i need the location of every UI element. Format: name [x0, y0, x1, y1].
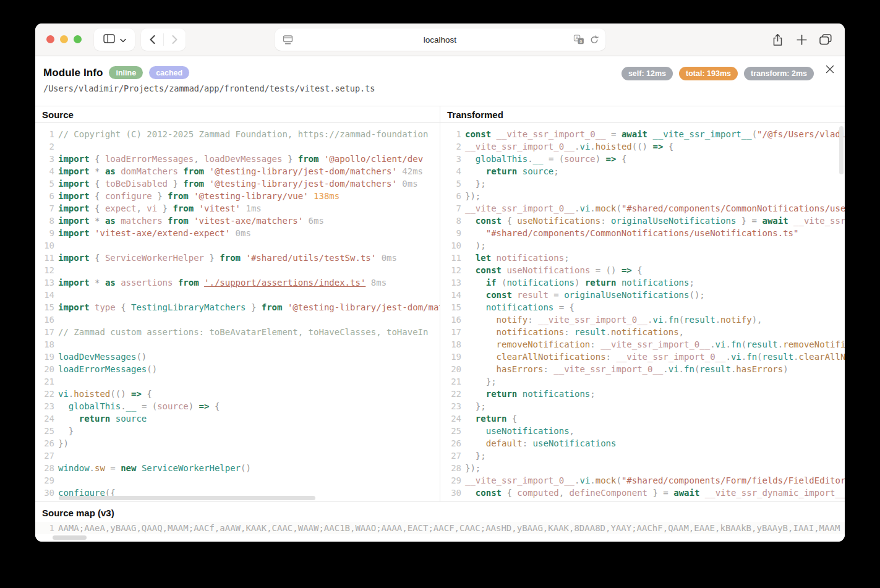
sourcemap-mappings: AAMA;AAeA,yBAAG,QAAQ,MAAM;AACf,aAAW,KAAK…	[54, 522, 840, 534]
code-line: 26 default: useNotifications	[440, 437, 845, 450]
source-horizontal-scrollbar[interactable]	[59, 496, 315, 500]
timing-badges: self: 12ms total: 193ms transform: 2ms	[622, 67, 814, 80]
transformed-pane: Transformed 1const __vite_ssr_import_0__…	[440, 106, 845, 501]
sourcemap-line-number: 1	[35, 522, 54, 534]
traffic-lights	[46, 35, 82, 43]
page-title: Module Info	[43, 67, 103, 79]
module-file-path: /Users/vladimir/Projects/zammad/app/fron…	[43, 83, 375, 93]
minimize-window-button[interactable]	[60, 35, 68, 43]
code-line: 18 removeNotification: __vite_ssr_import…	[440, 338, 845, 351]
inline-badge: inline	[109, 66, 143, 79]
code-line: 8import * as matchers from 'vitest-axe/m…	[35, 215, 440, 227]
code-line: 12 const useNotifications = () => {	[440, 264, 845, 276]
code-line: 6});	[440, 190, 845, 202]
sourcemap-section: Source map (v3) 1 AAMA;AAeA,yBAAG,QAAQ,M…	[35, 501, 845, 542]
code-line: 9import 'vitest-axe/extend-expect' 0ms	[35, 227, 440, 239]
chevron-down-icon	[120, 34, 126, 45]
code-line: 7import { expect, vi } from 'vitest' 1ms	[35, 202, 440, 215]
transformed-vertical-scrollbar[interactable]	[839, 126, 844, 174]
code-line: 14 const result = originalUseNotificatio…	[440, 289, 845, 301]
sourcemap-title: Source map (v3)	[35, 502, 845, 518]
browser-toolbar: localhost Aa	[35, 23, 845, 56]
code-line: 28});	[440, 462, 845, 474]
code-line: 16 notify: __vite_ssr_import_0__.vi.fn(r…	[440, 313, 845, 326]
code-line: 15 notifications = {	[440, 301, 845, 313]
code-line: 1// Copyright (C) 2012-2025 Zammad Found…	[35, 128, 440, 140]
code-line: 13import * as assertions from './support…	[35, 276, 440, 289]
transformed-pane-title: Transformed	[440, 106, 845, 123]
reload-icon[interactable]	[589, 35, 599, 47]
page-settings-icon[interactable]	[283, 35, 293, 47]
sourcemap-horizontal-scrollbar[interactable]	[53, 535, 87, 540]
source-pane-title: Source	[35, 106, 440, 123]
code-line: 25 useNotifications,	[440, 425, 845, 437]
code-line: 23 };	[440, 400, 845, 412]
url-text[interactable]: localhost	[275, 35, 605, 45]
zoom-window-button[interactable]	[74, 35, 82, 43]
code-line: 15import type { TestingLibraryMatchers }…	[35, 301, 440, 313]
code-line: 17// Zammad custom assertions: toBeAvata…	[35, 326, 440, 338]
sidebar-toggle-button[interactable]	[94, 28, 135, 51]
module-info-header: Module Info inline cached self: 12ms tot…	[35, 56, 845, 106]
cached-badge: cached	[149, 66, 189, 79]
svg-text:a: a	[579, 39, 582, 43]
code-line: 12	[35, 264, 440, 276]
code-line: 26})	[35, 437, 440, 450]
code-line: 17 notifications: result.notifications,	[440, 326, 845, 338]
code-line: 27 };	[440, 450, 845, 462]
code-line: 27	[35, 450, 440, 462]
code-line: 23 globalThis.__ = (source) => {	[35, 400, 440, 412]
code-line: 3 globalThis.__ = (source) => {	[440, 153, 845, 165]
code-panes: Source 1// Copyright (C) 2012-2025 Zamma…	[35, 106, 845, 501]
code-line: 1const __vite_ssr_import_0__ = await __v…	[440, 128, 845, 140]
code-line: 5import { toBeDisabled } from '@testing-…	[35, 177, 440, 190]
code-line: 21	[35, 375, 440, 388]
code-line: 24 return source	[35, 412, 440, 425]
back-button[interactable]	[142, 28, 163, 51]
sidebar-icon	[103, 34, 115, 46]
code-line: 28window.sw = new ServiceWorkerHelper()	[35, 462, 440, 474]
close-panel-button[interactable]	[823, 64, 837, 77]
sourcemap-line[interactable]: 1 AAMA;AAeA,yBAAG,QAAQ,MAAM;AACf,aAAW,KA…	[35, 522, 845, 534]
browser-window: localhost Aa Module Inf	[35, 23, 845, 542]
self-time-badge: self: 12ms	[622, 67, 673, 80]
code-line: 20 hasErrors: __vite_ssr_import_0__.vi.f…	[440, 363, 845, 375]
tab-overview-button[interactable]	[818, 30, 834, 49]
code-line: 19loadDevMessages()	[35, 351, 440, 363]
forward-button[interactable]	[164, 28, 186, 51]
code-line: 11import { ServiceWorkerHelper } from '#…	[35, 252, 440, 264]
code-line: 21 };	[440, 375, 845, 388]
code-line: 22 return notifications;	[440, 388, 845, 400]
transformed-code[interactable]: 1const __vite_ssr_import_0__ = await __v…	[440, 123, 845, 501]
code-line: 18	[35, 338, 440, 351]
source-code[interactable]: 1// Copyright (C) 2012-2025 Zammad Found…	[35, 123, 440, 501]
code-line: 19 clearAllNotifications: __vite_ssr_imp…	[440, 351, 845, 363]
code-line: 8 const { useNotifications: originalUseN…	[440, 215, 845, 227]
code-line: 9 "#shared/components/CommonNotification…	[440, 227, 845, 239]
share-button[interactable]	[769, 30, 785, 49]
code-line: 29__vite_ssr_import_0__.vi.mock("#shared…	[440, 474, 845, 487]
translate-icon[interactable]: Aa	[573, 35, 584, 47]
source-pane: Source 1// Copyright (C) 2012-2025 Zamma…	[35, 106, 440, 501]
code-line: 7__vite_ssr_import_0__.vi.mock("#shared/…	[440, 202, 845, 215]
address-bar[interactable]: localhost Aa	[275, 28, 605, 51]
close-window-button[interactable]	[46, 35, 54, 43]
transform-time-badge: transform: 2ms	[744, 67, 814, 80]
code-line: 4 return source;	[440, 165, 845, 177]
code-line: 4import * as domMatchers from '@testing-…	[35, 165, 440, 177]
code-line: 2	[35, 140, 440, 153]
nav-buttons	[141, 28, 186, 51]
code-line: 20loadErrorMessages()	[35, 363, 440, 375]
code-line: 16	[35, 313, 440, 326]
code-line: 25 }	[35, 425, 440, 437]
code-line: 6import { configure } from '@testing-lib…	[35, 190, 440, 202]
code-line: 13 if (notifications) return notificatio…	[440, 276, 845, 289]
code-line: 10 );	[440, 239, 845, 252]
total-time-badge: total: 193ms	[679, 67, 738, 80]
code-line: 3import { loadErrorMessages, loadDevMess…	[35, 153, 440, 165]
code-line: 14	[35, 289, 440, 301]
new-tab-button[interactable]	[793, 30, 810, 49]
code-line: 5 };	[440, 177, 845, 190]
close-icon	[825, 64, 835, 77]
code-line: 10	[35, 239, 440, 252]
